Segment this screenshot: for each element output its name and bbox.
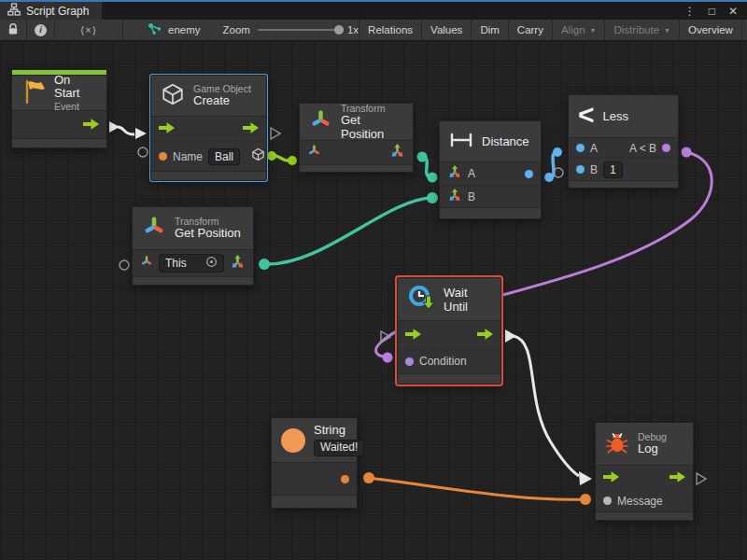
dim-button[interactable]: Dim xyxy=(471,20,507,40)
node-footer xyxy=(272,495,357,508)
tab-bar: Script Graph ⋮ □ ✕ xyxy=(0,2,747,20)
string-value-field[interactable]: Waited! xyxy=(314,440,364,456)
wire-endpoint xyxy=(267,151,276,161)
string-output-port[interactable] xyxy=(341,475,349,483)
vector3-input-port-a[interactable] xyxy=(447,164,462,183)
window-controls: ⋮ □ ✕ xyxy=(684,2,747,20)
node-title: Get Position xyxy=(341,114,403,142)
vector3-output-port[interactable] xyxy=(230,254,246,273)
node-title: Wait Until xyxy=(444,286,491,314)
code-view-button[interactable]: ⟨×⟩ xyxy=(55,20,123,40)
graph-canvas[interactable]: On Start Event Game xyxy=(0,41,747,560)
node-footer xyxy=(440,207,541,218)
unconnected-port-circle[interactable] xyxy=(138,147,148,157)
control-input-port[interactable] xyxy=(603,469,619,486)
node-footer xyxy=(569,180,678,188)
align-label: Align xyxy=(561,24,585,35)
wire-endpoint xyxy=(553,147,562,157)
transform-icon xyxy=(309,108,332,135)
zoom-slider[interactable] xyxy=(258,29,340,31)
relations-button[interactable]: Relations xyxy=(359,20,421,40)
bool-output-port[interactable] xyxy=(662,144,670,152)
float-output-port[interactable] xyxy=(525,170,533,178)
string-icon xyxy=(281,428,305,453)
graph-target-label: enemy xyxy=(168,24,201,35)
node-title: Create xyxy=(193,94,251,108)
control-output-port[interactable] xyxy=(669,469,685,486)
object-picker-icon[interactable] xyxy=(205,256,218,271)
values-button[interactable]: Values xyxy=(421,20,471,40)
unconnected-port-triangle[interactable] xyxy=(697,473,706,484)
zoom-value: 1x xyxy=(347,24,359,35)
maximize-icon[interactable]: □ xyxy=(709,5,715,18)
control-output-port[interactable] xyxy=(243,120,259,137)
zoom-slider-handle[interactable] xyxy=(334,25,344,35)
wait-clock-icon xyxy=(407,284,435,315)
node-get-position-enemy[interactable]: Transform Get Position xyxy=(299,103,414,173)
inspector-button[interactable]: i xyxy=(27,20,55,40)
code-view-icon: ⟨×⟩ xyxy=(63,24,114,36)
control-input-port[interactable] xyxy=(405,327,421,343)
script-graph-icon xyxy=(7,3,21,19)
input-port-b[interactable] xyxy=(576,165,585,174)
wire-arrowhead xyxy=(579,471,592,485)
wire-endpoint xyxy=(417,152,428,162)
name-field[interactable]: Ball xyxy=(208,148,240,165)
node-on-start[interactable]: On Start Event xyxy=(11,69,107,148)
close-icon[interactable]: ✕ xyxy=(728,5,738,18)
vector3-output-port[interactable] xyxy=(389,143,405,162)
input-port-a[interactable] xyxy=(576,144,585,152)
string-input-port[interactable] xyxy=(159,152,167,161)
port-label: Name xyxy=(173,150,203,163)
wire-waituntil-to-log[interactable] xyxy=(514,336,579,476)
lock-button[interactable] xyxy=(0,20,27,40)
wire-endpoint xyxy=(363,472,374,483)
distribute-dropdown[interactable]: Distribute ▼ xyxy=(604,20,679,40)
unconnected-port-circle[interactable] xyxy=(120,260,129,270)
target-field-value: This xyxy=(165,257,202,270)
message-input-port[interactable] xyxy=(603,497,612,505)
node-create-game-object[interactable]: Game Object Create Name Ball xyxy=(150,75,267,181)
node-string[interactable]: String Waited! xyxy=(271,417,358,509)
script-graph-window: Script Graph ⋮ □ ✕ i ⟨×⟩ xyxy=(0,0,747,560)
align-dropdown[interactable]: Align ▼ xyxy=(552,20,605,40)
vector3-input-port-b[interactable] xyxy=(447,188,462,206)
node-less[interactable]: < Less A A < B B 1 xyxy=(568,94,679,189)
less-icon: < xyxy=(578,101,595,129)
node-distance[interactable]: Distance A xyxy=(439,120,542,219)
target-field[interactable]: This xyxy=(159,254,224,273)
node-debug-log[interactable]: Debug Log Message xyxy=(595,422,694,521)
chevron-down-icon: ▼ xyxy=(590,27,597,34)
node-footer xyxy=(596,511,693,520)
control-input-port[interactable] xyxy=(159,120,175,137)
port-label: Message xyxy=(617,495,663,508)
node-title: String xyxy=(314,424,364,438)
node-subtitle: Event xyxy=(54,101,97,112)
node-footer xyxy=(398,373,500,384)
b-value-field[interactable]: 1 xyxy=(603,161,623,178)
wire-endpoint xyxy=(682,147,692,158)
wire-string-to-log[interactable] xyxy=(369,478,585,499)
unconnected-port-triangle[interactable] xyxy=(271,128,280,139)
node-wait-until[interactable]: Wait Until Condition xyxy=(397,277,501,385)
condition-input-port[interactable] xyxy=(405,357,414,366)
wire-endpoint xyxy=(428,173,438,183)
wire-getposition-to-distance-b[interactable] xyxy=(264,198,431,264)
full-screen-button[interactable]: Full Screen xyxy=(741,20,747,40)
carry-button[interactable]: Carry xyxy=(508,20,552,40)
zoom-label: Zoom xyxy=(223,24,250,35)
tab-script-graph[interactable]: Script Graph xyxy=(0,2,102,20)
gameobject-output-port[interactable] xyxy=(251,147,265,165)
wire-endpoint xyxy=(288,156,297,165)
overview-button[interactable]: Overview xyxy=(679,20,741,40)
transform-input-port[interactable] xyxy=(140,255,153,272)
transform-input-port[interactable] xyxy=(307,144,321,161)
graph-target[interactable]: enemy xyxy=(138,20,210,40)
cube-icon xyxy=(161,82,185,110)
node-footer xyxy=(300,164,413,172)
window-menu-icon[interactable]: ⋮ xyxy=(684,5,696,18)
node-get-position-self[interactable]: Transform Get Position This xyxy=(132,206,254,286)
control-output-port[interactable] xyxy=(477,327,493,343)
control-output-port[interactable] xyxy=(83,117,99,133)
wire-onstart-to-create[interactable] xyxy=(118,127,134,134)
